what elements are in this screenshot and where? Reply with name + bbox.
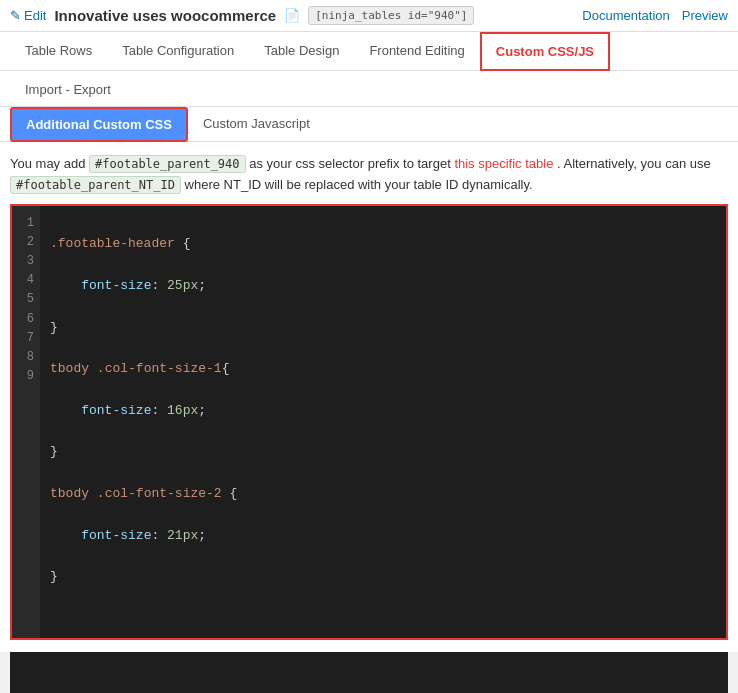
- highlight-text: this specific table: [454, 156, 553, 171]
- css-selector-badge2: #footable_parent_NT_ID: [10, 176, 181, 194]
- top-bar-right: Documentation Preview: [582, 8, 728, 23]
- pencil-icon: [10, 8, 21, 23]
- tab-table-design[interactable]: Table Design: [249, 32, 354, 71]
- doc-icon: 📄: [284, 8, 300, 23]
- documentation-link[interactable]: Documentation: [582, 8, 669, 23]
- info-text4: where NT_ID will be replaced with your t…: [185, 177, 533, 192]
- main-tabs-row2: Import - Export: [0, 71, 738, 107]
- info-text1: You may add: [10, 156, 85, 171]
- shortcode-badge: [ninja_tables id="940"]: [308, 6, 474, 25]
- tab-custom-css-js[interactable]: Custom CSS/JS: [480, 32, 610, 71]
- info-text2: as your css selector prefix to target: [249, 156, 454, 171]
- line-numbers: 1 2 3 4 5 6 7 8 9: [12, 206, 40, 638]
- top-bar-left: Edit Innovative uses woocommerce 📄 [ninj…: [10, 6, 474, 25]
- tab-frontend-editing[interactable]: Frontend Editing: [354, 32, 479, 71]
- tab-import-export[interactable]: Import - Export: [10, 71, 126, 107]
- edit-label: Edit: [24, 8, 46, 23]
- sub-tabs: Additional Custom CSS Custom Javascript: [0, 107, 738, 142]
- edit-link[interactable]: Edit: [10, 8, 46, 23]
- tab-table-rows[interactable]: Table Rows: [10, 32, 107, 71]
- tab-table-configuration[interactable]: Table Configuration: [107, 32, 249, 71]
- editor-empty-area[interactable]: [10, 652, 728, 693]
- page-title: Innovative uses woocommerce: [54, 7, 276, 24]
- preview-link[interactable]: Preview: [682, 8, 728, 23]
- info-text: You may add #footable_parent_940 as your…: [10, 154, 728, 196]
- info-text3: . Alternatively, you can use: [557, 156, 711, 171]
- tab-additional-custom-css[interactable]: Additional Custom CSS: [10, 107, 188, 142]
- content-area: You may add #footable_parent_940 as your…: [0, 142, 738, 652]
- code-content[interactable]: .footable-header { font-size: 25px; } tb…: [40, 206, 726, 638]
- code-editor[interactable]: 1 2 3 4 5 6 7 8 9 .footable-header { fon…: [12, 206, 726, 638]
- code-editor-wrapper: 1 2 3 4 5 6 7 8 9 .footable-header { fon…: [10, 204, 728, 640]
- main-tabs: Table Rows Table Configuration Table Des…: [0, 32, 738, 71]
- tab-custom-javascript[interactable]: Custom Javascript: [188, 107, 325, 142]
- css-selector-badge: #footable_parent_940: [89, 155, 246, 173]
- top-bar: Edit Innovative uses woocommerce 📄 [ninj…: [0, 0, 738, 32]
